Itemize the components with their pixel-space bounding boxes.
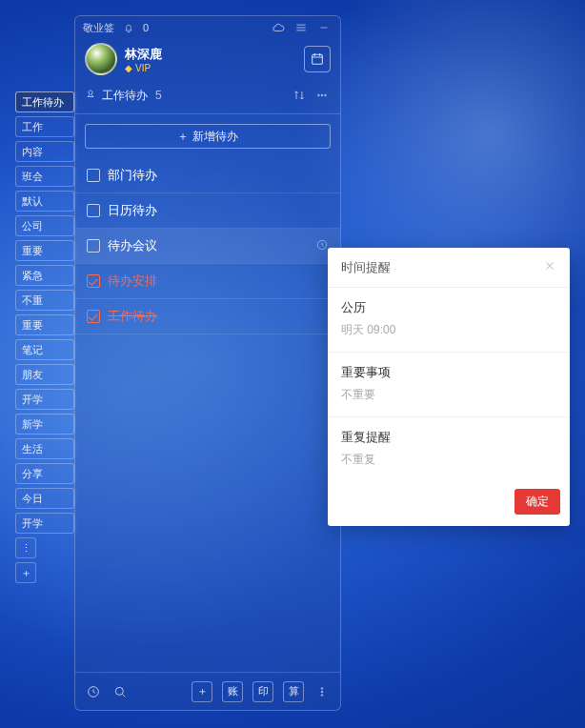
tag-item[interactable]: 公司	[15, 215, 74, 236]
popup-section-value: 不重要	[341, 387, 556, 403]
tag-add-button[interactable]: ＋	[15, 562, 36, 583]
minimize-icon[interactable]	[315, 19, 333, 36]
sort-icon[interactable]	[291, 87, 308, 104]
item-label: 部门待办	[108, 167, 157, 184]
cloud-icon[interactable]	[270, 19, 287, 36]
footer-plus-button[interactable]: ＋	[192, 681, 212, 702]
list-item[interactable]: 日历待办	[75, 193, 340, 228]
item-label: 待办安排	[108, 273, 157, 290]
add-todo-label: 新增待办	[192, 129, 238, 145]
svg-point-3	[325, 94, 327, 96]
checkbox[interactable]	[87, 310, 100, 323]
svg-point-6	[115, 687, 123, 695]
popup-header: 时间提醒	[328, 248, 570, 288]
app-name: 敬业签	[83, 21, 114, 35]
svg-point-1	[318, 94, 320, 96]
history-icon[interactable]	[85, 683, 102, 700]
svg-point-7	[321, 687, 323, 689]
tag-item[interactable]: 今日	[15, 488, 74, 509]
tag-more-button[interactable]: ⋮	[15, 537, 36, 558]
titlebar: 敬业签 0	[75, 16, 340, 39]
popup-section[interactable]: 公历明天 09:00	[328, 288, 570, 353]
app-panel: 敬业签 0 林深鹿 VIP 工作待办 5	[74, 15, 341, 711]
list-item[interactable]: 待办安排	[75, 264, 340, 298]
tag-item[interactable]: 班会	[15, 166, 74, 187]
avatar[interactable]	[85, 43, 117, 75]
tag-item[interactable]: 工作	[15, 116, 74, 137]
list-item[interactable]: 工作待办	[75, 299, 340, 334]
svg-point-9	[321, 694, 323, 696]
username: 林深鹿	[125, 46, 162, 63]
confirm-button[interactable]: 确定	[514, 489, 560, 515]
item-label: 工作待办	[108, 308, 157, 325]
more-icon[interactable]	[313, 87, 331, 104]
section-title: 工作待办	[102, 88, 148, 104]
calendar-button[interactable]	[304, 46, 331, 72]
popup-section-key: 重要事项	[341, 364, 556, 381]
popup-section[interactable]: 重复提醒不重复	[328, 417, 570, 481]
tag-item[interactable]: 新学	[15, 414, 74, 435]
add-todo-button[interactable]: ＋ 新增待办	[85, 124, 331, 149]
tag-item[interactable]: 朋友	[15, 364, 74, 385]
menu-icon[interactable]	[292, 19, 310, 36]
item-label: 待办会议	[108, 237, 157, 254]
popup-title: 时间提醒	[341, 259, 391, 276]
bell-icon[interactable]	[120, 19, 137, 36]
footer-btn-3[interactable]: 算	[283, 681, 304, 702]
tag-item[interactable]: 重要	[15, 240, 74, 261]
close-icon[interactable]	[543, 259, 556, 275]
checkbox[interactable]	[87, 204, 100, 217]
plus-icon: ＋	[177, 129, 189, 145]
tag-rail: 工作待办工作内容班会默认公司重要紧急不重重要笔记朋友开学新学生活分享今日开学⋮＋	[15, 91, 74, 583]
profile: 林深鹿 VIP	[75, 39, 340, 83]
footer-btn-2[interactable]: 印	[252, 681, 273, 702]
tag-item[interactable]: 重要	[15, 314, 74, 335]
checkbox[interactable]	[87, 169, 100, 182]
section-count: 5	[155, 89, 162, 102]
popup-section[interactable]: 重要事项不重要	[328, 353, 570, 417]
list-item[interactable]: 部门待办	[75, 158, 340, 192]
item-label: 日历待办	[108, 202, 157, 219]
tag-item[interactable]: 生活	[15, 438, 74, 459]
tag-item[interactable]: 开学	[15, 389, 74, 410]
svg-point-8	[321, 691, 323, 693]
footer-more-icon[interactable]	[313, 683, 331, 700]
bell-count: 0	[143, 22, 149, 33]
tag-item[interactable]: 分享	[15, 463, 74, 484]
popup-section-key: 重复提醒	[341, 429, 556, 446]
svg-rect-0	[313, 54, 323, 64]
tag-item[interactable]: 紧急	[15, 265, 74, 286]
checkbox[interactable]	[87, 239, 100, 253]
svg-point-2	[321, 94, 323, 96]
popup-section-value: 不重复	[341, 452, 556, 468]
tag-item[interactable]: 内容	[15, 141, 74, 162]
todo-list: 部门待办日历待办待办会议待办安排工作待办	[75, 158, 340, 672]
tag-item[interactable]: 笔记	[15, 339, 74, 360]
popup-section-value: 明天 09:00	[341, 322, 556, 338]
list-item[interactable]: 待办会议	[75, 229, 340, 263]
tag-item[interactable]: 不重	[15, 290, 74, 311]
tag-item[interactable]: 开学	[15, 513, 74, 534]
pin-icon	[85, 89, 96, 103]
vip-badge: VIP	[125, 63, 162, 73]
checkbox[interactable]	[87, 274, 100, 288]
section-header: 工作待办 5	[75, 83, 340, 114]
tag-item[interactable]: 默认	[15, 191, 74, 212]
footer: ＋ 账 印 算	[75, 672, 340, 710]
footer-btn-1[interactable]: 账	[222, 681, 243, 702]
reminder-popup: 时间提醒 公历明天 09:00重要事项不重要重复提醒不重复 确定	[328, 248, 570, 526]
popup-section-key: 公历	[341, 299, 556, 316]
search-icon[interactable]	[111, 683, 129, 700]
tag-item[interactable]: 工作待办	[15, 91, 74, 112]
clock-icon[interactable]	[315, 238, 329, 254]
